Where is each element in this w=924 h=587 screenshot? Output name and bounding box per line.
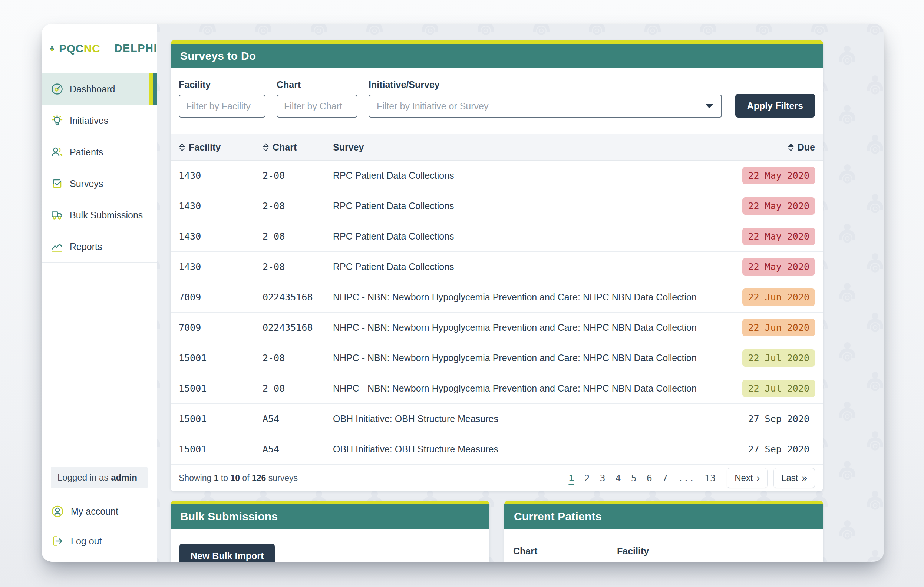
survey-cell: OBH Initiative: OBH Structure Measures: [333, 414, 722, 424]
sidebar-bottom: Logged in as admin My account Log out: [51, 452, 148, 550]
sidebar-item-reports[interactable]: Reports: [41, 231, 157, 262]
sort-chart-header[interactable]: Chart: [262, 142, 333, 153]
facility-filter-input[interactable]: [179, 94, 266, 117]
survey-cell: RPC Patient Data Collections: [333, 261, 722, 272]
page-number[interactable]: 13: [705, 473, 716, 483]
facility-cell: 1430: [179, 170, 262, 181]
due-cell: 22 Jul 2020: [742, 349, 815, 367]
my-account-link[interactable]: My account: [51, 505, 148, 518]
panel-accent-stripe: [170, 40, 823, 44]
survey-cell: RPC Patient Data Collections: [333, 170, 722, 181]
facility-filter-field: Facility: [179, 79, 266, 117]
chart-filter-label: Chart: [277, 79, 358, 90]
results-summary: Showing 1 to 10 of 126 surveys: [179, 473, 298, 483]
chart-filter-field: Chart: [277, 79, 358, 117]
table-row[interactable]: 15001 2-08 NHPC - NBN: Newborn Hypoglyce…: [170, 373, 823, 404]
logo: PQCNC DELPHI: [41, 24, 157, 73]
page-number[interactable]: 3: [600, 473, 606, 483]
facility-cell: 7009: [179, 292, 262, 303]
double-chevron-right-icon: »: [802, 473, 807, 483]
initiative-filter-field: Initiative/Survey Filter by Initiative o…: [368, 79, 722, 117]
chart-cell: 2-08: [262, 383, 333, 394]
sidebar-item-patients[interactable]: Patients: [41, 137, 157, 168]
chart-filter-input[interactable]: [277, 94, 358, 117]
product-name: DELPHI: [115, 42, 157, 54]
next-label: Next: [734, 473, 753, 483]
sidebar-item-surveys[interactable]: Surveys: [41, 168, 157, 200]
sort-facility-header[interactable]: Facility: [179, 142, 262, 153]
lightbulb-icon: [50, 114, 64, 127]
table-header: Facility Chart Survey Due: [170, 134, 823, 161]
next-page-button[interactable]: Next ›: [727, 468, 767, 488]
due-cell: 27 Sep 2020: [742, 410, 815, 427]
due-cell: 22 May 2020: [742, 228, 815, 245]
facility-cell: 1430: [179, 201, 262, 211]
log-out-link[interactable]: Log out: [51, 534, 148, 548]
table-row[interactable]: 15001 2-08 NHPC - NBN: Newborn Hypoglyce…: [170, 343, 823, 373]
page-number[interactable]: 1: [568, 473, 574, 483]
sidebar-item-label: Dashboard: [70, 84, 115, 94]
logged-in-badge: Logged in as admin: [51, 467, 148, 488]
survey-cell: NHPC - NBN: Newborn Hypoglycemia Prevent…: [333, 292, 722, 303]
surveys-to-do-panel: Surveys to Do Facility Chart Initiative/…: [170, 40, 823, 491]
chart-cell: 2-08: [262, 353, 333, 363]
due-cell: 22 May 2020: [742, 167, 815, 184]
current-patients-panel: Current Patients Chart Facility: [504, 501, 823, 562]
table-row[interactable]: 15001 A54 OBH Initiative: OBH Structure …: [170, 434, 823, 465]
page-number[interactable]: 5: [631, 473, 637, 483]
bulk-submissions-panel: Bulk Submissions New Bulk Import: [170, 501, 490, 562]
app-card: PQCNC DELPHI Dashboard Initiatives: [41, 24, 884, 562]
initiative-filter-label: Initiative/Survey: [368, 79, 722, 90]
patients-chart-column-label: Chart: [513, 546, 617, 557]
survey-cell: NHPC - NBN: Newborn Hypoglycemia Prevent…: [333, 353, 722, 363]
new-bulk-import-button[interactable]: New Bulk Import: [180, 544, 275, 562]
sidebar: PQCNC DELPHI Dashboard Initiatives: [41, 24, 157, 562]
chart-cell: 2-08: [262, 261, 333, 272]
due-date-badge: 22 May 2020: [742, 197, 815, 215]
survey-cell: OBH Initiative: OBH Structure Measures: [333, 444, 722, 455]
last-page-button[interactable]: Last »: [774, 468, 815, 488]
chart-cell: 2-08: [262, 231, 333, 242]
sidebar-item-bulk-submissions[interactable]: Bulk Submissions: [41, 200, 157, 231]
page-number[interactable]: ...: [678, 473, 695, 483]
bulk-panel-body: New Bulk Import: [170, 529, 490, 562]
table-row[interactable]: 7009 022435168 NHPC - NBN: Newborn Hypog…: [170, 313, 823, 343]
truck-icon: [50, 208, 64, 222]
page-number[interactable]: 6: [647, 473, 652, 483]
page-number[interactable]: 4: [615, 473, 621, 483]
page-number[interactable]: 7: [662, 473, 668, 483]
table-row[interactable]: 1430 2-08 RPC Patient Data Collections 2…: [170, 252, 823, 282]
survey-column-header: Survey: [333, 142, 722, 153]
table-row[interactable]: 7009 022435168 NHPC - NBN: Newborn Hypog…: [170, 282, 823, 313]
last-label: Last: [781, 473, 798, 483]
page-number[interactable]: 2: [584, 473, 589, 483]
initiative-filter-select[interactable]: Filter by Initiative or Survey: [368, 94, 722, 117]
column-label-survey: Survey: [333, 142, 364, 153]
facility-cell: 15001: [179, 414, 262, 424]
my-account-label: My account: [71, 506, 118, 517]
page-title: Surveys to Do: [180, 50, 256, 62]
sidebar-item-dashboard[interactable]: Dashboard: [41, 73, 157, 105]
sidebar-item-label: Reports: [70, 241, 102, 252]
sort-due-header[interactable]: Due: [787, 142, 815, 153]
table-row[interactable]: 1430 2-08 RPC Patient Data Collections 2…: [170, 221, 823, 252]
apply-filters-button[interactable]: Apply Filters: [735, 94, 815, 117]
chevron-right-icon: ›: [756, 473, 760, 483]
table-row[interactable]: 15001 A54 OBH Initiative: OBH Structure …: [170, 404, 823, 434]
facility-filter-label: Facility: [179, 79, 266, 90]
table-row[interactable]: 1430 2-08 RPC Patient Data Collections 2…: [170, 161, 823, 191]
facility-cell: 15001: [179, 444, 262, 455]
people-icon: [50, 145, 64, 159]
sidebar-item-initiatives[interactable]: Initiatives: [41, 105, 157, 137]
table-row[interactable]: 1430 2-08 RPC Patient Data Collections 2…: [170, 191, 823, 221]
due-date-badge: 22 May 2020: [742, 228, 815, 245]
due-date-badge: 22 May 2020: [742, 167, 815, 184]
initiative-filter-placeholder: Filter by Initiative or Survey: [377, 101, 489, 112]
patients-panel-body: Chart Facility: [504, 529, 823, 562]
sidebar-item-label: Initiatives: [70, 115, 108, 126]
account-icon: [51, 505, 64, 518]
pqcnc-logo-icon: [50, 39, 54, 59]
due-date-badge: 22 Jul 2020: [742, 380, 815, 397]
due-date-badge: 22 Jun 2020: [742, 289, 815, 306]
chart-cell: 022435168: [262, 322, 333, 333]
